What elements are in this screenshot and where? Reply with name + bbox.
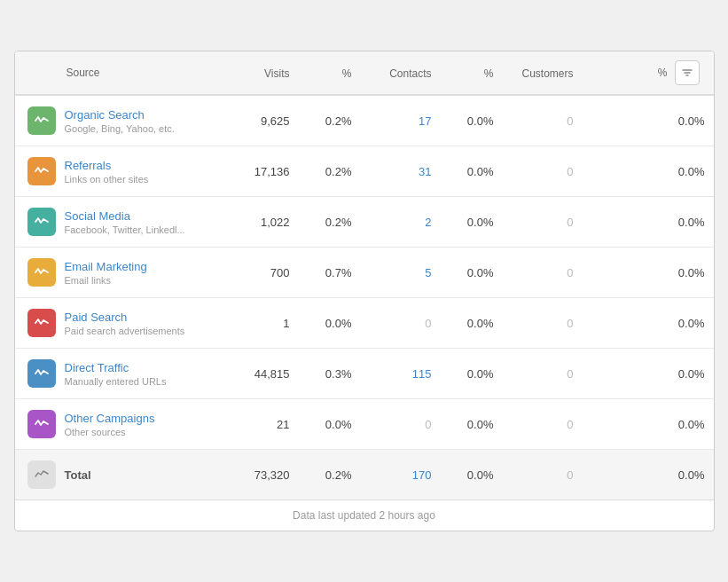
contacts-value[interactable]: 2 bbox=[425, 216, 431, 229]
other-campaigns-pct3: 0.0% bbox=[678, 418, 705, 431]
paid-search-pct1: 0.0% bbox=[325, 317, 352, 330]
footer-text: Data last updated 2 hours ago bbox=[293, 509, 435, 522]
total-pct2: 0.0% bbox=[467, 468, 494, 482]
organic-search-visits: 9,625 bbox=[261, 114, 290, 128]
total-icon bbox=[27, 460, 56, 489]
referrals-visits: 17,136 bbox=[254, 165, 290, 178]
total-customers: 0 bbox=[567, 468, 573, 482]
table-body: Organic Search Google, Bing, Yahoo, etc.… bbox=[15, 96, 714, 450]
table-row: Paid Search Paid search advertisements 1… bbox=[15, 298, 714, 349]
table-row: Email Marketing Email links 700 0.7% 5 0… bbox=[15, 248, 714, 298]
referrals-icon bbox=[27, 157, 56, 185]
direct-traffic-name[interactable]: Direct Traffic bbox=[65, 361, 219, 374]
table-header: Source Visits % Contacts % Customers % bbox=[15, 51, 714, 96]
table-row: Direct Traffic Manually entered URLs 44,… bbox=[15, 349, 714, 399]
direct-traffic-icon bbox=[27, 359, 56, 388]
total-contacts[interactable]: 170 bbox=[412, 468, 432, 482]
col-pct1-header: % bbox=[342, 67, 352, 80]
col-source-header: Source bbox=[67, 67, 100, 79]
col-pct2-header: % bbox=[484, 67, 494, 80]
col-pct3-header: % bbox=[658, 67, 668, 79]
referrals-pct3: 0.0% bbox=[678, 165, 705, 178]
paid-search-pct3: 0.0% bbox=[678, 317, 705, 330]
contacts-value[interactable]: 17 bbox=[419, 114, 431, 128]
table-row: Organic Search Google, Bing, Yahoo, etc.… bbox=[15, 96, 714, 146]
referrals-pct2: 0.0% bbox=[467, 165, 494, 178]
email-marketing-subtitle: Email links bbox=[65, 275, 219, 286]
social-media-pct3: 0.0% bbox=[678, 216, 705, 229]
table-row: Referrals Links on other sites 17,136 0.… bbox=[15, 146, 714, 197]
direct-traffic-pct3: 0.0% bbox=[678, 367, 705, 381]
email-marketing-icon bbox=[27, 258, 56, 287]
organic-search-pct1: 0.2% bbox=[325, 114, 352, 128]
total-pct1: 0.2% bbox=[325, 468, 352, 482]
col-contacts-header: Contacts bbox=[389, 67, 431, 80]
paid-search-icon bbox=[27, 309, 56, 337]
referrals-name[interactable]: Referrals bbox=[65, 159, 219, 172]
direct-traffic-pct2: 0.0% bbox=[467, 367, 494, 381]
contacts-value: 0 bbox=[425, 317, 431, 330]
social-media-visits: 1,022 bbox=[261, 216, 290, 229]
other-campaigns-visits: 21 bbox=[277, 418, 289, 431]
total-label: Total bbox=[65, 468, 219, 482]
social-media-pct2: 0.0% bbox=[467, 216, 494, 229]
social-media-subtitle: Facebook, Twitter, Linkedl... bbox=[65, 224, 219, 235]
referrals-customers: 0 bbox=[567, 165, 573, 178]
referrals-subtitle: Links on other sites bbox=[65, 174, 219, 185]
paid-search-name[interactable]: Paid Search bbox=[65, 311, 219, 324]
email-marketing-pct3: 0.0% bbox=[678, 266, 705, 279]
other-campaigns-icon bbox=[27, 410, 56, 438]
other-campaigns-pct2: 0.0% bbox=[467, 418, 494, 431]
email-marketing-name[interactable]: Email Marketing bbox=[65, 260, 219, 273]
email-marketing-pct2: 0.0% bbox=[467, 266, 494, 279]
social-media-name[interactable]: Social Media bbox=[65, 209, 219, 223]
organic-search-pct3: 0.0% bbox=[678, 114, 705, 128]
contacts-value[interactable]: 115 bbox=[412, 367, 432, 381]
direct-traffic-pct1: 0.3% bbox=[325, 367, 352, 381]
analytics-table: Source Visits % Contacts % Customers % bbox=[14, 51, 715, 531]
table-row: Social Media Facebook, Twitter, Linkedl.… bbox=[15, 197, 714, 248]
direct-traffic-subtitle: Manually entered URLs bbox=[65, 376, 219, 387]
contacts-value[interactable]: 31 bbox=[419, 165, 431, 178]
email-marketing-visits: 700 bbox=[270, 266, 290, 279]
paid-search-visits: 1 bbox=[283, 317, 289, 330]
organic-search-name[interactable]: Organic Search bbox=[65, 108, 219, 122]
social-media-icon bbox=[27, 208, 56, 236]
direct-traffic-customers: 0 bbox=[567, 367, 573, 381]
paid-search-subtitle: Paid search advertisements bbox=[65, 326, 219, 336]
sort-button[interactable] bbox=[675, 60, 700, 85]
other-campaigns-customers: 0 bbox=[567, 418, 573, 431]
table-row: Other Campaigns Other sources 21 0.0% 0 … bbox=[15, 399, 714, 450]
paid-search-customers: 0 bbox=[567, 317, 573, 330]
col-visits-header: Visits bbox=[264, 67, 289, 80]
organic-search-icon bbox=[27, 106, 56, 135]
organic-search-customers: 0 bbox=[567, 114, 573, 128]
footer: Data last updated 2 hours ago bbox=[15, 500, 714, 531]
organic-search-pct2: 0.0% bbox=[467, 114, 494, 128]
contacts-value[interactable]: 5 bbox=[425, 266, 431, 279]
other-campaigns-name[interactable]: Other Campaigns bbox=[65, 412, 219, 425]
total-visits: 73,320 bbox=[254, 468, 290, 482]
social-media-customers: 0 bbox=[567, 216, 573, 229]
total-pct3: 0.0% bbox=[678, 468, 705, 482]
other-campaigns-pct1: 0.0% bbox=[325, 418, 352, 431]
total-row: Total 73,320 0.2% 170 0.0% 0 0.0% bbox=[15, 450, 714, 500]
organic-search-subtitle: Google, Bing, Yahoo, etc. bbox=[65, 123, 219, 134]
referrals-pct1: 0.2% bbox=[325, 165, 352, 178]
social-media-pct1: 0.2% bbox=[325, 216, 352, 229]
contacts-value: 0 bbox=[425, 418, 431, 431]
other-campaigns-subtitle: Other sources bbox=[65, 427, 219, 437]
email-marketing-pct1: 0.7% bbox=[325, 266, 352, 279]
email-marketing-customers: 0 bbox=[567, 266, 573, 279]
direct-traffic-visits: 44,815 bbox=[254, 367, 290, 381]
paid-search-pct2: 0.0% bbox=[467, 317, 494, 330]
col-customers-header: Customers bbox=[521, 67, 573, 80]
